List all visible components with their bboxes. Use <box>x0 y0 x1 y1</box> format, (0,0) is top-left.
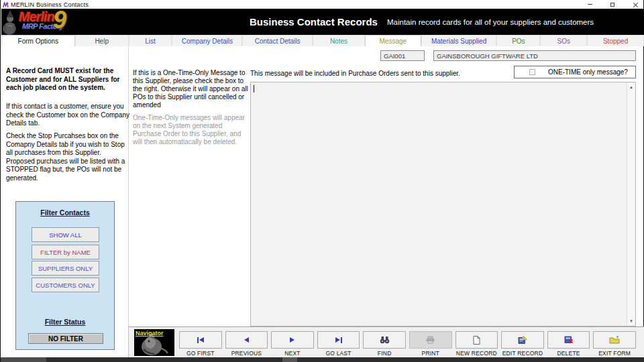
contact-code-field[interactable]: GAI001 <box>380 50 425 61</box>
edit-record-icon <box>518 336 527 344</box>
one-time-message-group: ONE-TIME only message? <box>514 66 636 78</box>
filter-by-name-button[interactable]: FILTER by NAME <box>32 245 99 259</box>
logo-version-9: 9 <box>53 6 66 34</box>
button-label: EXIT FORM <box>593 350 636 357</box>
button-label: NEW RECORD <box>455 350 498 357</box>
one-time-checkbox[interactable] <box>529 69 535 75</box>
tab-bar: Form Options Help List Company Details C… <box>1 35 644 46</box>
tab-company-details[interactable]: Company Details <box>172 35 242 46</box>
button-label: SUPPLIERS ONLY <box>38 265 93 272</box>
delete-icon <box>564 336 574 344</box>
navigator-buttons: GO FIRST PREVIOUS NEXT GO LAST <box>179 331 636 357</box>
message-scrollbar[interactable]: ▲ ▼ <box>627 83 635 325</box>
go-last-button[interactable]: GO LAST <box>317 331 360 357</box>
button-label: FIND <box>363 350 406 357</box>
tab-label: Form Options <box>18 38 59 45</box>
scroll-up-icon[interactable]: ▲ <box>627 83 635 91</box>
button-label: PRINT <box>409 350 452 357</box>
tab-materials-supplied[interactable]: Materials Supplied <box>421 35 497 46</box>
navigator-image: Navigator <box>134 329 174 356</box>
message-note-text: This message will be included in Purchas… <box>250 70 460 77</box>
suppliers-only-button[interactable]: SUPPLIERS ONLY <box>32 261 99 276</box>
minimize-button[interactable] <box>586 1 594 8</box>
app-header: Merlin MRP Factory 9 Business Contact Re… <box>1 9 644 35</box>
tab-stopped[interactable]: Stopped <box>587 35 644 46</box>
tab-notes[interactable]: Notes <box>313 35 365 46</box>
previous-button[interactable]: PREVIOUS <box>225 331 268 357</box>
tab-label: Help <box>95 38 109 45</box>
tab-list[interactable]: List <box>129 35 172 46</box>
tab-label: Contact Details <box>255 38 301 45</box>
button-label: DELETE <box>547 350 590 357</box>
button-label: SHOW ALL <box>49 231 82 239</box>
delete-button[interactable]: DELETE <box>547 331 590 357</box>
status-bar <box>1 357 644 362</box>
button-label: EDIT RECORD <box>501 350 544 357</box>
instruction-customer-check: If this contact is a customer, ensure yo… <box>6 103 129 128</box>
tab-help[interactable]: Help <box>75 35 129 46</box>
tab-label: Notes <box>330 38 347 45</box>
scroll-down-icon[interactable]: ▼ <box>627 317 635 325</box>
app-logo-icon <box>3 2 9 8</box>
print-icon <box>425 336 435 344</box>
exit-form-icon <box>609 336 620 344</box>
status-bar-segment <box>282 357 297 362</box>
new-record-button[interactable]: NEW RECORD <box>455 331 498 357</box>
find-button[interactable]: FIND <box>363 331 406 357</box>
go-first-button[interactable]: GO FIRST <box>179 331 222 357</box>
restore-button[interactable] <box>608 1 616 8</box>
filter-contacts-title: Filter Contacts <box>16 208 114 217</box>
company-name-field[interactable]: GAINSBOROUGH GIFTWARE LTD <box>433 50 636 61</box>
app-window: MERLIN Business Contacts Merlin MRP Fact… <box>0 0 644 362</box>
button-label: GO FIRST <box>179 350 222 357</box>
tab-label: POs <box>512 38 525 45</box>
close-button[interactable] <box>631 1 639 8</box>
tab-label: List <box>145 38 156 45</box>
next-icon <box>290 337 294 343</box>
print-button[interactable]: PRINT <box>409 331 452 357</box>
tab-label: Message <box>379 38 407 45</box>
tab-contact-details[interactable]: Contact Details <box>242 35 313 46</box>
button-label: CUSTOMERS ONLY <box>36 282 95 289</box>
close-icon <box>633 2 638 7</box>
tab-form-options[interactable]: Form Options <box>1 35 75 46</box>
instruction-stop-purchases: Check the Stop Purcahses box on the Coma… <box>6 132 129 182</box>
tab-message[interactable]: Message <box>365 35 421 46</box>
text-cursor <box>254 85 254 93</box>
instruction-record-card: A Record Card MUST exist for the Custome… <box>6 67 129 93</box>
title-bar: MERLIN Business Contacts <box>1 0 643 9</box>
show-all-button[interactable]: SHOW ALL <box>32 227 99 242</box>
button-label: GO LAST <box>317 350 360 357</box>
button-label: NEXT <box>271 350 314 357</box>
navigator-label: Navigator <box>136 330 164 337</box>
filter-status-title: Filter Status <box>16 318 114 326</box>
previous-icon <box>244 337 249 343</box>
navigator-bar: Navigator GO FIRST PREVIOUS <box>128 326 644 357</box>
tab-label: SOs <box>557 38 570 45</box>
go-last-icon <box>335 337 340 343</box>
edit-record-button[interactable]: EDIT RECORD <box>501 331 544 357</box>
find-icon <box>380 336 390 344</box>
left-panel-divider <box>128 46 129 357</box>
button-label: FILTER by NAME <box>40 249 91 256</box>
tab-label: Stopped <box>603 38 628 45</box>
restore-icon <box>610 3 614 7</box>
tab-label: Materials Supplied <box>431 38 486 45</box>
one-time-instruction-primary: If this is a One-Time-Only Message to th… <box>133 69 248 109</box>
next-button[interactable]: NEXT <box>271 331 314 357</box>
minimize-icon <box>588 4 592 5</box>
button-label: PREVIOUS <box>225 350 268 357</box>
tab-sos[interactable]: SOs <box>540 35 587 46</box>
new-record-icon <box>473 336 480 345</box>
filter-contacts-panel: Filter Contacts SHOW ALL FILTER by NAME … <box>15 201 115 350</box>
go-first-icon <box>197 337 199 343</box>
customers-only-button[interactable]: CUSTOMERS ONLY <box>32 278 99 292</box>
page-subtitle: Maintain record cards for all of your su… <box>387 18 594 26</box>
tab-label: Company Details <box>182 38 233 45</box>
status-bar-segment <box>1 357 46 362</box>
tab-pos[interactable]: POs <box>496 35 540 46</box>
message-textarea[interactable]: ▲ ▼ <box>250 82 636 326</box>
page-title: Business Contact Records <box>250 16 378 27</box>
exit-form-button[interactable]: EXIT FORM <box>593 331 636 357</box>
one-time-checkbox-label: ONE-TIME only message? <box>548 68 628 76</box>
